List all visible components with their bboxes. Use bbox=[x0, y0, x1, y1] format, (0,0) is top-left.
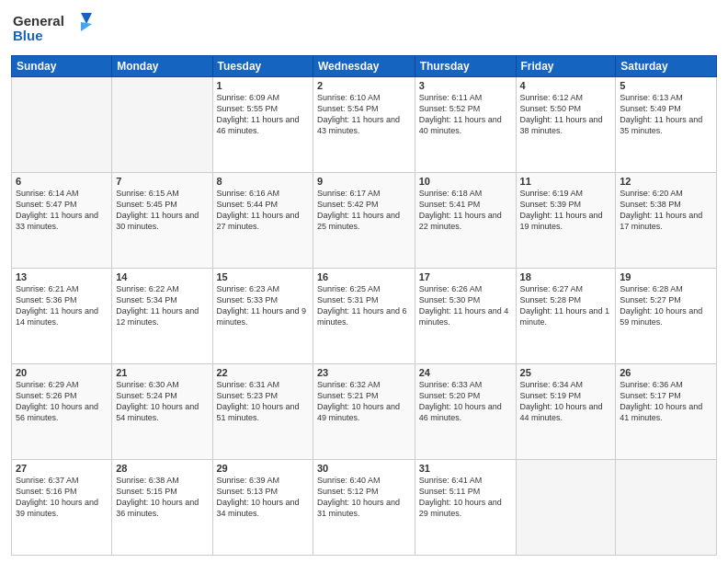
day-number: 10 bbox=[419, 176, 512, 187]
calendar-cell: 19Sunrise: 6:28 AMSunset: 5:27 PMDayligh… bbox=[616, 269, 717, 364]
calendar-week-5: 27Sunrise: 6:37 AMSunset: 5:16 PMDayligh… bbox=[12, 460, 717, 556]
day-info: Sunrise: 6:38 AMSunset: 5:15 PMDaylight:… bbox=[116, 475, 208, 520]
calendar-cell: 3Sunrise: 6:11 AMSunset: 5:52 PMDaylight… bbox=[415, 77, 516, 173]
day-number: 6 bbox=[16, 176, 108, 187]
svg-marker-2 bbox=[81, 13, 92, 24]
weekday-header-sunday: Sunday bbox=[12, 56, 112, 77]
calendar-cell: 18Sunrise: 6:27 AMSunset: 5:28 PMDayligh… bbox=[516, 269, 616, 364]
day-number: 15 bbox=[217, 271, 309, 282]
day-info: Sunrise: 6:26 AMSunset: 5:30 PMDaylight:… bbox=[419, 283, 512, 328]
day-info: Sunrise: 6:13 AMSunset: 5:49 PMDaylight:… bbox=[620, 92, 712, 137]
day-number: 5 bbox=[620, 80, 712, 91]
calendar-cell: 14Sunrise: 6:22 AMSunset: 5:34 PMDayligh… bbox=[112, 269, 212, 364]
page: General Blue SundayMondayTuesdayWednesda… bbox=[0, 0, 728, 563]
day-number: 13 bbox=[16, 271, 108, 282]
day-number: 24 bbox=[419, 367, 512, 378]
day-info: Sunrise: 6:39 AMSunset: 5:13 PMDaylight:… bbox=[217, 475, 309, 520]
day-info: Sunrise: 6:19 AMSunset: 5:39 PMDaylight:… bbox=[520, 188, 612, 233]
day-info: Sunrise: 6:15 AMSunset: 5:45 PMDaylight:… bbox=[116, 188, 208, 233]
day-number: 14 bbox=[116, 271, 208, 282]
day-info: Sunrise: 6:23 AMSunset: 5:33 PMDaylight:… bbox=[217, 283, 309, 328]
weekday-header-saturday: Saturday bbox=[616, 56, 717, 77]
svg-text:Blue: Blue bbox=[13, 28, 43, 43]
day-number: 19 bbox=[620, 271, 712, 282]
day-info: Sunrise: 6:30 AMSunset: 5:24 PMDaylight:… bbox=[116, 379, 208, 424]
day-number: 23 bbox=[317, 367, 411, 378]
calendar-cell: 5Sunrise: 6:13 AMSunset: 5:49 PMDaylight… bbox=[616, 77, 717, 173]
day-info: Sunrise: 6:32 AMSunset: 5:21 PMDaylight:… bbox=[317, 379, 411, 424]
calendar-cell: 23Sunrise: 6:32 AMSunset: 5:21 PMDayligh… bbox=[313, 364, 415, 460]
calendar-week-3: 13Sunrise: 6:21 AMSunset: 5:36 PMDayligh… bbox=[12, 269, 717, 364]
day-info: Sunrise: 6:37 AMSunset: 5:16 PMDaylight:… bbox=[16, 475, 108, 520]
day-number: 21 bbox=[116, 367, 208, 378]
weekday-header-wednesday: Wednesday bbox=[313, 56, 415, 77]
calendar-cell: 1Sunrise: 6:09 AMSunset: 5:55 PMDaylight… bbox=[212, 77, 313, 173]
day-number: 28 bbox=[116, 463, 208, 474]
day-number: 1 bbox=[217, 80, 309, 91]
svg-text:General: General bbox=[13, 13, 64, 29]
day-number: 4 bbox=[520, 80, 612, 91]
day-info: Sunrise: 6:21 AMSunset: 5:36 PMDaylight:… bbox=[16, 283, 108, 328]
day-info: Sunrise: 6:14 AMSunset: 5:47 PMDaylight:… bbox=[16, 188, 108, 233]
day-info: Sunrise: 6:25 AMSunset: 5:31 PMDaylight:… bbox=[317, 283, 411, 328]
calendar-cell: 21Sunrise: 6:30 AMSunset: 5:24 PMDayligh… bbox=[112, 364, 212, 460]
day-info: Sunrise: 6:28 AMSunset: 5:27 PMDaylight:… bbox=[620, 283, 712, 328]
calendar-cell: 12Sunrise: 6:20 AMSunset: 5:38 PMDayligh… bbox=[616, 173, 717, 269]
day-number: 11 bbox=[520, 176, 612, 187]
day-number: 9 bbox=[317, 176, 411, 187]
calendar-cell: 16Sunrise: 6:25 AMSunset: 5:31 PMDayligh… bbox=[313, 269, 415, 364]
day-info: Sunrise: 6:10 AMSunset: 5:54 PMDaylight:… bbox=[317, 92, 411, 137]
calendar-cell: 20Sunrise: 6:29 AMSunset: 5:26 PMDayligh… bbox=[12, 364, 112, 460]
day-number: 16 bbox=[317, 271, 411, 282]
calendar-week-4: 20Sunrise: 6:29 AMSunset: 5:26 PMDayligh… bbox=[12, 364, 717, 460]
weekday-header-friday: Friday bbox=[516, 56, 616, 77]
day-number: 29 bbox=[217, 463, 309, 474]
calendar-cell: 17Sunrise: 6:26 AMSunset: 5:30 PMDayligh… bbox=[415, 269, 516, 364]
day-number: 30 bbox=[317, 463, 411, 474]
day-info: Sunrise: 6:16 AMSunset: 5:44 PMDaylight:… bbox=[217, 188, 309, 233]
calendar-week-2: 6Sunrise: 6:14 AMSunset: 5:47 PMDaylight… bbox=[12, 173, 717, 269]
calendar-table: SundayMondayTuesdayWednesdayThursdayFrid… bbox=[11, 55, 717, 556]
calendar-cell: 25Sunrise: 6:34 AMSunset: 5:19 PMDayligh… bbox=[516, 364, 616, 460]
calendar-cell: 13Sunrise: 6:21 AMSunset: 5:36 PMDayligh… bbox=[12, 269, 112, 364]
day-number: 22 bbox=[217, 367, 309, 378]
calendar-cell: 29Sunrise: 6:39 AMSunset: 5:13 PMDayligh… bbox=[212, 460, 313, 556]
day-number: 12 bbox=[620, 176, 712, 187]
day-number: 2 bbox=[317, 80, 411, 91]
day-number: 3 bbox=[419, 80, 512, 91]
calendar-cell bbox=[112, 77, 212, 173]
day-number: 8 bbox=[217, 176, 309, 187]
logo-svg: General Blue bbox=[11, 9, 94, 50]
day-info: Sunrise: 6:18 AMSunset: 5:41 PMDaylight:… bbox=[419, 188, 512, 233]
calendar-week-1: 1Sunrise: 6:09 AMSunset: 5:55 PMDaylight… bbox=[12, 77, 717, 173]
day-info: Sunrise: 6:11 AMSunset: 5:52 PMDaylight:… bbox=[419, 92, 512, 137]
day-number: 26 bbox=[620, 367, 712, 378]
day-info: Sunrise: 6:41 AMSunset: 5:11 PMDaylight:… bbox=[419, 475, 512, 520]
weekday-header-monday: Monday bbox=[112, 56, 212, 77]
day-number: 7 bbox=[116, 176, 208, 187]
day-info: Sunrise: 6:33 AMSunset: 5:20 PMDaylight:… bbox=[419, 379, 512, 424]
calendar-cell: 9Sunrise: 6:17 AMSunset: 5:42 PMDaylight… bbox=[313, 173, 415, 269]
day-info: Sunrise: 6:29 AMSunset: 5:26 PMDaylight:… bbox=[16, 379, 108, 424]
day-info: Sunrise: 6:09 AMSunset: 5:55 PMDaylight:… bbox=[217, 92, 309, 137]
calendar-cell: 31Sunrise: 6:41 AMSunset: 5:11 PMDayligh… bbox=[415, 460, 516, 556]
day-number: 20 bbox=[16, 367, 108, 378]
calendar-cell: 7Sunrise: 6:15 AMSunset: 5:45 PMDaylight… bbox=[112, 173, 212, 269]
day-info: Sunrise: 6:31 AMSunset: 5:23 PMDaylight:… bbox=[217, 379, 309, 424]
svg-marker-3 bbox=[81, 22, 92, 31]
day-info: Sunrise: 6:36 AMSunset: 5:17 PMDaylight:… bbox=[620, 379, 712, 424]
day-info: Sunrise: 6:22 AMSunset: 5:34 PMDaylight:… bbox=[116, 283, 208, 328]
weekday-header-tuesday: Tuesday bbox=[212, 56, 313, 77]
calendar-cell: 15Sunrise: 6:23 AMSunset: 5:33 PMDayligh… bbox=[212, 269, 313, 364]
day-number: 25 bbox=[520, 367, 612, 378]
calendar-cell bbox=[516, 460, 616, 556]
calendar-cell: 6Sunrise: 6:14 AMSunset: 5:47 PMDaylight… bbox=[12, 173, 112, 269]
logo: General Blue bbox=[11, 9, 94, 50]
day-number: 18 bbox=[520, 271, 612, 282]
day-info: Sunrise: 6:12 AMSunset: 5:50 PMDaylight:… bbox=[520, 92, 612, 137]
calendar-header-row: SundayMondayTuesdayWednesdayThursdayFrid… bbox=[12, 56, 717, 77]
calendar-cell: 10Sunrise: 6:18 AMSunset: 5:41 PMDayligh… bbox=[415, 173, 516, 269]
day-number: 31 bbox=[419, 463, 512, 474]
calendar-cell: 24Sunrise: 6:33 AMSunset: 5:20 PMDayligh… bbox=[415, 364, 516, 460]
calendar-cell bbox=[616, 460, 717, 556]
